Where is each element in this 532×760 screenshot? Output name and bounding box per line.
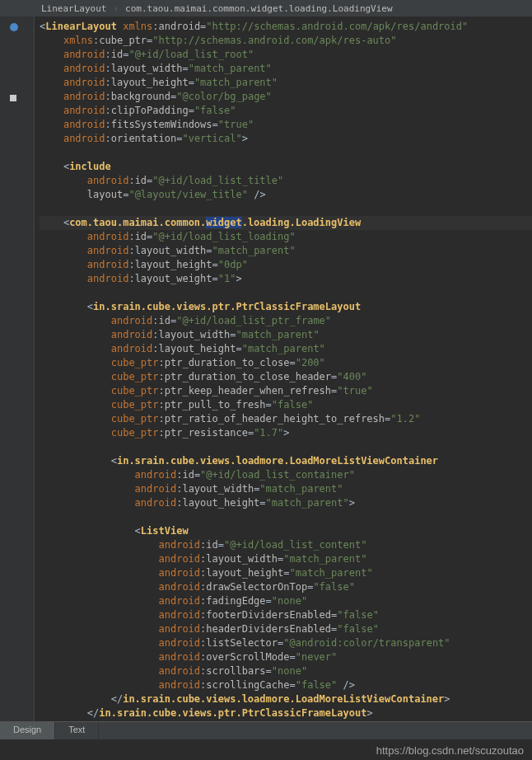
editor-gutter — [0, 16, 35, 725]
breadcrumb-child[interactable]: com.taou.maimai.common.widget.loading.Lo… — [125, 3, 393, 14]
chevron-right-icon: › — [113, 3, 119, 14]
breadcrumb-bar: LinearLayout › com.taou.maimai.common.wi… — [0, 0, 532, 16]
watermark: https://blog.csdn.net/scuzoutao — [376, 744, 524, 757]
color-marker-icon[interactable] — [10, 95, 16, 101]
code-editor[interactable]: <LinearLayout xmlns:android="http://sche… — [35, 16, 532, 725]
override-marker-icon[interactable] — [10, 23, 18, 31]
tab-design[interactable]: Design — [0, 722, 55, 739]
tab-text[interactable]: Text — [55, 722, 99, 739]
breadcrumb-root[interactable]: LinearLayout — [41, 3, 106, 14]
editor-tabs: Design Text — [0, 721, 532, 739]
